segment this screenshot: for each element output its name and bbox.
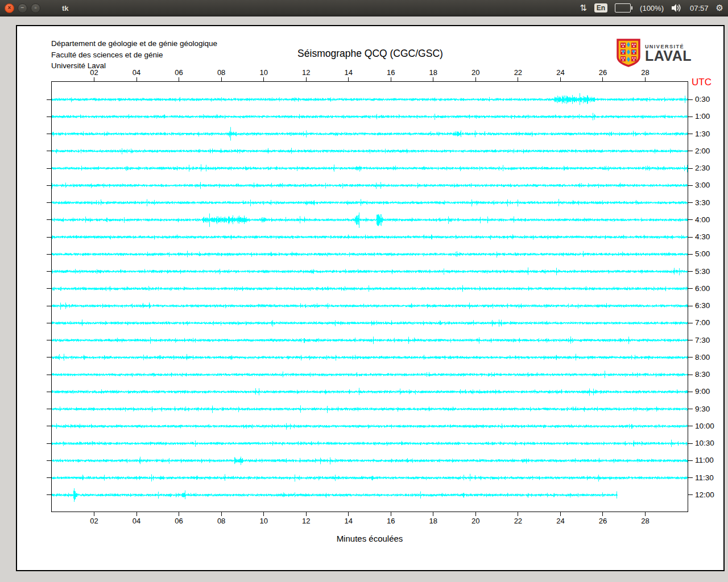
row-tick-right [688,426,693,426]
row-tick-left [47,494,51,495]
x-tick-label-bottom: 02 [86,517,103,525]
keyboard-layout-indicator[interactable]: En [594,3,607,13]
row-tick-right [688,271,693,272]
clock[interactable]: 07:57 [690,4,709,13]
utc-time-label: 3:00 [695,180,710,190]
utc-time-label: 11:30 [695,473,714,483]
x-tick-label-bottom: 14 [340,517,357,525]
row-tick-right [688,460,693,461]
network-updown-icon[interactable]: ⇅ [580,3,587,13]
x-tick-label-bottom: 22 [510,517,527,525]
x-tick-bottom [136,512,137,516]
utc-time-label: 7:00 [695,318,710,328]
minimize-button[interactable]: − [18,3,27,13]
row-tick-left [47,306,51,306]
x-tick-label-top: 24 [552,68,569,77]
row-tick-left [47,340,51,340]
row-tick-left [47,254,51,255]
x-tick-label-top: 08 [213,68,230,77]
x-tick-label-top: 06 [171,68,188,77]
row-tick-right [688,375,693,375]
row-tick-left [47,426,51,426]
x-tick-label-bottom: 24 [552,517,569,525]
x-tick-top [179,77,179,81]
row-tick-right [688,134,693,134]
gear-icon[interactable]: ⚙ [716,3,723,13]
row-tick-right [688,117,693,117]
maximize-button[interactable]: ▫ [31,3,40,13]
row-tick-left [47,477,51,478]
x-tick-bottom [306,512,307,516]
x-tick-label-bottom: 20 [467,517,484,525]
row-tick-left [47,202,51,203]
x-tick-bottom [518,512,518,516]
x-tick-label-top: 18 [425,68,442,77]
row-tick-right [688,340,693,340]
row-tick-right [688,168,693,169]
utc-time-label: 5:00 [695,249,710,259]
utc-time-label: 2:00 [695,146,710,156]
x-tick-bottom [391,512,391,516]
row-tick-left [47,271,51,272]
x-tick-top [348,77,349,81]
utc-time-label: 1:00 [695,111,710,122]
utc-time-label: 8:00 [695,352,710,363]
utc-time-label: 10:30 [695,438,714,448]
row-tick-left [47,117,51,117]
x-tick-label-top: 12 [297,68,315,77]
window-title: tk [62,4,69,13]
row-tick-left [47,219,51,220]
x-tick-top [433,77,433,81]
row-tick-left [47,323,51,323]
x-tick-label-top: 20 [467,68,484,77]
volume-icon[interactable] [671,3,682,13]
x-tick-label-bottom: 04 [128,517,145,525]
row-tick-right [688,357,693,357]
x-tick-label-top: 02 [86,68,103,77]
logo-text-line2: LAVAL [645,49,692,62]
row-tick-right [688,323,693,323]
x-tick-label-bottom: 10 [255,517,272,525]
utc-time-label: 6:30 [695,301,710,311]
utc-time-label: 6:00 [695,284,710,294]
utc-time-label: 9:30 [695,404,710,414]
utc-time-label: 2:30 [695,163,710,173]
x-tick-bottom [348,512,349,516]
x-tick-label-bottom: 12 [297,517,315,525]
row-tick-left [47,357,51,357]
utc-time-label: 7:30 [695,335,710,346]
row-tick-left [47,134,51,134]
battery-icon[interactable] [615,3,632,13]
x-tick-label-bottom: 08 [213,517,230,525]
x-tick-bottom [94,512,94,516]
row-tick-right [688,185,693,186]
laval-shield-icon [617,39,640,67]
row-tick-right [688,306,693,306]
x-tick-label-bottom: 18 [425,517,442,525]
window-controls: × − ▫ [5,3,40,13]
row-tick-left [47,99,51,100]
close-button[interactable]: × [5,3,14,13]
row-tick-left [47,288,51,289]
row-tick-left [47,443,51,444]
row-tick-right [688,288,693,289]
x-tick-bottom [645,512,646,516]
x-tick-top [136,77,137,81]
row-tick-right [688,219,693,220]
utc-time-label: 8:30 [695,369,710,380]
seismograph-window: Département de géologie et de génie géol… [16,25,725,571]
row-tick-left [47,392,51,392]
x-tick-label-bottom: 28 [636,517,653,525]
x-tick-label-top: 14 [340,68,357,77]
x-tick-label-bottom: 06 [171,517,188,525]
x-tick-label-top: 04 [128,68,145,77]
x-tick-top [475,77,476,81]
utc-time-label: 11:00 [695,455,714,465]
row-tick-left [47,151,51,151]
x-tick-label-top: 10 [255,68,272,77]
x-tick-top [391,77,391,81]
row-tick-left [47,237,51,238]
row-tick-right [688,443,693,444]
row-tick-left [47,409,51,409]
x-tick-bottom [602,512,603,516]
